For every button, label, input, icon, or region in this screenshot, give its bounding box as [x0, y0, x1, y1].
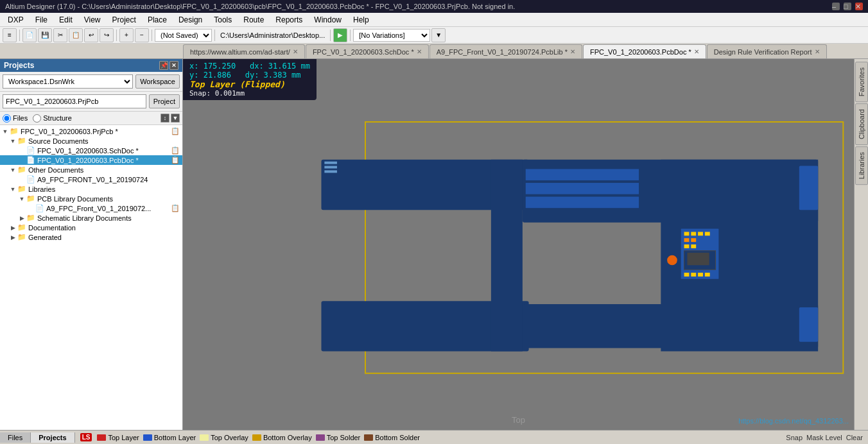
tab-3[interactable]: FPC_V0_1_20200603.PcbDoc *✕ — [583, 44, 706, 58]
tab-close-3[interactable]: ✕ — [694, 48, 699, 55]
layer-entry-bottom-layer[interactable]: Bottom Layer — [143, 434, 196, 441]
sidebar-pin-btn[interactable]: 📌 — [159, 61, 168, 70]
close-button[interactable]: ✕ — [855, 3, 863, 10]
tab-2[interactable]: A9_FPC_Front_V0_1_20190724.PcbLib *✕ — [430, 44, 582, 58]
menu-item-place[interactable]: Place — [143, 14, 172, 26]
toolbar-btn-zoom-in[interactable]: + — [119, 28, 134, 42]
clear-control[interactable]: Clear — [846, 434, 863, 441]
toolbar-btn-4[interactable]: ✂ — [53, 28, 67, 42]
schdoc-item[interactable]: 📄 FPC_V0_1_20200603.SchDoc * 📋 — [0, 146, 182, 155]
svg-rect-9 — [526, 183, 639, 194]
source-docs-group[interactable]: ▼ 📁 Source Documents — [0, 136, 182, 146]
files-bottom-tab[interactable]: Files — [0, 432, 31, 443]
pcbdoc-icon: 📄 — [26, 156, 36, 164]
workspace-button[interactable]: Workspace — [135, 74, 180, 89]
maximize-button[interactable]: □ — [844, 3, 851, 10]
snap-control[interactable]: Snap — [786, 434, 803, 441]
project-button[interactable]: Project — [149, 94, 180, 108]
menu-item-view[interactable]: View — [79, 14, 106, 26]
pcbdoc-item[interactable]: 📄 FPC_V0_1_20200603.PcbDoc * 📋 — [0, 155, 182, 165]
pcbdoc-badge: 📋 — [171, 156, 180, 164]
toolbar-btn-6[interactable]: ↩ — [84, 28, 98, 42]
other-expand[interactable]: ▼ — [9, 167, 17, 173]
pcblib-item[interactable]: 📄 A9_FPC_Front_V0_1_2019072... 📋 — [0, 203, 182, 213]
variations-btn[interactable]: ▼ — [431, 28, 446, 42]
titlebar-title: Altium Designer (17.0) - C:\Users\Admini… — [5, 3, 515, 10]
project-input[interactable] — [3, 94, 146, 108]
root-expand[interactable]: ▼ — [1, 128, 9, 135]
generated-expand[interactable]: ▶ — [9, 234, 17, 241]
collapse-btn[interactable]: ↕ — [161, 114, 169, 123]
fpc-front-item[interactable]: 📄 A9_FPC_FRONT_V0_1_20190724 — [0, 175, 182, 184]
files-radio[interactable] — [3, 114, 11, 123]
mask-level-control[interactable]: Mask Level — [806, 434, 842, 441]
menu-item-design[interactable]: Design — [173, 14, 207, 26]
menu-item-window[interactable]: Window — [309, 14, 347, 26]
not-saved-select[interactable]: (Not Saved) — [155, 29, 212, 42]
toolbar-btn-zoom-out[interactable]: − — [135, 28, 149, 42]
menu-item-project[interactable]: Project — [107, 14, 141, 26]
build-btn[interactable]: ▶ — [333, 28, 347, 42]
layer-entry-top-solder[interactable]: Top Solder — [316, 434, 361, 441]
sidebar-close-btn[interactable]: ✕ — [169, 61, 178, 70]
toolbar-btn-3[interactable]: 💾 — [38, 28, 52, 42]
minimize-button[interactable]: – — [832, 3, 840, 10]
documentation-group[interactable]: ▶ 📁 Documentation — [0, 223, 182, 232]
filter-btn[interactable]: ▼ — [171, 114, 180, 123]
tab-close-2[interactable]: ✕ — [570, 48, 575, 55]
pcblib-folder-icon: 📁 — [26, 194, 36, 203]
documentation-expand[interactable]: ▶ — [9, 225, 17, 231]
libraries-tab[interactable]: Libraries — [855, 146, 868, 185]
schlib-expand[interactable]: ▶ — [18, 215, 26, 221]
structure-radio[interactable] — [33, 114, 41, 123]
tree-root[interactable]: ▼ 📁 FPC_V0_1_20200603.PrjPcb * 📋 — [0, 126, 182, 136]
menu-item-dxp[interactable]: DXP — [3, 14, 29, 26]
toolbar-btn-5[interactable]: 📋 — [69, 28, 83, 42]
menu-item-help[interactable]: Help — [348, 14, 374, 26]
pcblib-docs-label: PCB Library Documents — [37, 195, 113, 203]
canvas-area[interactable]: x: 175.250 dx: 31.615 mm y: 21.886 dy: 3… — [183, 59, 854, 430]
layer-entry-bottom-solder[interactable]: Bottom Solder — [364, 434, 420, 441]
libraries-group[interactable]: ▼ 📁 Libraries — [0, 184, 182, 194]
toolbar-btn-2[interactable]: 📄 — [22, 28, 37, 42]
tab-close-4[interactable]: ✕ — [815, 48, 820, 55]
tab-4[interactable]: Design Rule Verification Report✕ — [707, 44, 827, 58]
layer-entry-top-layer[interactable]: Top Layer — [97, 434, 139, 441]
layer-color-top-solder — [316, 434, 325, 441]
pcblib-expand[interactable]: ▼ — [18, 196, 26, 202]
source-expand[interactable]: ▼ — [9, 138, 17, 144]
menu-item-route[interactable]: Route — [238, 14, 269, 26]
generated-group[interactable]: ▶ 📁 Generated — [0, 232, 182, 242]
pcblib-docs-group[interactable]: ▼ 📁 PCB Library Documents — [0, 194, 182, 203]
clipboard-tab[interactable]: Clipboard — [855, 103, 868, 145]
menu-item-edit[interactable]: Edit — [54, 14, 78, 26]
libraries-expand[interactable]: ▼ — [9, 186, 17, 192]
toolbar-btn-1[interactable]: ≡ — [3, 28, 17, 42]
workspace-select[interactable]: Workspace1.DsnWrk — [3, 74, 133, 89]
layer-name-top-layer: Top Layer — [108, 434, 139, 441]
variations-select[interactable]: [No Variations] — [353, 29, 430, 42]
files-tab[interactable]: Files — [3, 114, 28, 123]
schlib-docs-group[interactable]: ▶ 📁 Schematic Library Documents — [0, 213, 182, 223]
source-docs-label: Source Documents — [28, 137, 89, 145]
menu-item-tools[interactable]: Tools — [209, 14, 237, 26]
tab-close-1[interactable]: ✕ — [417, 48, 422, 55]
layer-entry-top-overlay[interactable]: Top Overlay — [200, 434, 248, 441]
url-display: https://blog.csdn.net/qq_4312263... — [738, 417, 849, 425]
workspace-row: Workspace1.DsnWrk Workspace — [0, 72, 182, 92]
projects-bottom-tab[interactable]: Projects — [31, 432, 74, 443]
other-docs-group[interactable]: ▼ 📁 Other Documents — [0, 165, 182, 175]
pcb-canvas[interactable]: Top — [183, 59, 854, 430]
tab-close-0[interactable]: ✕ — [293, 48, 298, 55]
structure-tab[interactable]: Structure — [33, 114, 72, 123]
tab-1[interactable]: FPC_V0_1_20200603.SchDoc *✕ — [306, 44, 429, 58]
layer-entry-bottom-overlay[interactable]: Bottom Overlay — [252, 434, 312, 441]
toolbar-btn-7[interactable]: ↪ — [100, 28, 114, 42]
favorites-tab[interactable]: Favorites — [855, 62, 868, 102]
source-folder-icon: 📁 — [17, 137, 27, 145]
tabsbar: https://www.altium.com/ad-start/✕FPC_V0_… — [0, 44, 868, 59]
menu-item-reports[interactable]: Reports — [270, 14, 308, 26]
tab-0[interactable]: https://www.altium.com/ad-start/✕ — [183, 44, 305, 58]
sidebar: Projects 📌 ✕ Workspace1.DsnWrk Workspace… — [0, 59, 183, 430]
menu-item-file[interactable]: File — [30, 14, 53, 26]
